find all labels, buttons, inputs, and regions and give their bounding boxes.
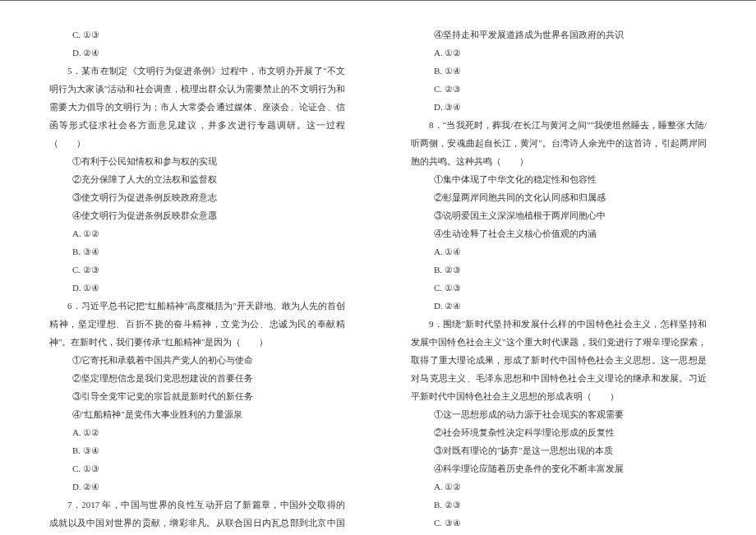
q6-option-d: D. ②④ — [49, 477, 345, 496]
q8-option-d: D. ②④ — [411, 297, 707, 315]
q6-sub4: ④"红船精神"是党伟大事业胜利的力量源泉 — [49, 405, 345, 423]
q8-option-b: B. ②③ — [411, 261, 707, 279]
q5-option-a: A. ①② — [49, 224, 345, 242]
q5-sub2: ②充分保障了人大的立法权和监督权 — [49, 170, 345, 188]
q6-stem: 6．习近平总书记把"红船精神"高度概括为"开天辟地、敢为人先的首创精神，坚定理想… — [49, 297, 345, 351]
q9-option-b: B. ②③ — [411, 496, 707, 514]
q6-sub1: ①它寄托和承载着中国共产党人的初心与使命 — [49, 351, 345, 369]
q9-sub2: ②社会环境复杂性决定科学理论形成的反复性 — [411, 423, 707, 441]
q7-sub4: ④坚持走和平发展道路成为世界各国政府的共识 — [411, 25, 707, 44]
q5-stem: 5．某市在制定《文明行为促进条例》过程中，市文明办开展了"不文明行为大家谈"活动… — [49, 62, 345, 152]
q8-sub4: ④生动诠释了社会主义核心价值观的内涵 — [411, 224, 707, 242]
q9-option-c: C. ③④ — [411, 514, 707, 532]
q7-option-c: C. ②③ — [411, 80, 707, 98]
q8-sub1: ①集中体现了中华文化的稳定性和包容性 — [411, 170, 707, 188]
q9-sub3: ③对既有理论的"扬弃"是这一思想出现的本质 — [411, 441, 707, 459]
q8-sub3: ③说明爱国主义深深地植根于两岸同胞心中 — [411, 206, 707, 224]
q8-option-c: C. ①③ — [411, 279, 707, 297]
q6-option-c: C. ①③ — [49, 459, 345, 477]
q9-sub1: ①这一思想形成的动力源于社会现实的客观需要 — [411, 405, 707, 423]
q6-sub3: ③引导全党牢记党的宗旨就是新时代的新任务 — [49, 387, 345, 405]
q5-sub1: ①有利于公民知情权和参与权的实现 — [49, 152, 345, 170]
q7-stem: 7．2017 年，中国与世界的良性互动开启了新篇章，中国外交取得的成就以及中国对… — [49, 496, 345, 535]
q8-sub2: ②彰显两岸同胞共同的文化认同感和归属感 — [411, 188, 707, 206]
q4-option-d: D. ②④ — [49, 44, 345, 62]
q6-sub2: ②坚定理想信念是我们党思想建设的首要任务 — [49, 369, 345, 387]
right-column: ④坚持走和平发展道路成为世界各国政府的共识 A. ①② B. ①④ C. ②③ … — [378, 0, 756, 535]
q9-option-d: D. ①④ — [411, 532, 707, 535]
q7-option-b: B. ①④ — [411, 62, 707, 80]
q6-option-a: A. ①② — [49, 423, 345, 441]
q9-option-a: A. ①② — [411, 477, 707, 496]
q5-sub4: ④使文明行为促进条例反映群众意愿 — [49, 206, 345, 224]
q7-option-d: D. ③④ — [411, 98, 707, 116]
q9-sub4: ④科学理论应随着历史条件的变化不断丰富发展 — [411, 459, 707, 477]
q8-option-a: A. ①④ — [411, 242, 707, 261]
page-container: C. ①③ D. ②④ 5．某市在制定《文明行为促进条例》过程中，市文明办开展了… — [0, 0, 756, 535]
q5-sub3: ③使文明行为促进条例反映政府意志 — [49, 188, 345, 206]
q4-option-c: C. ①③ — [49, 25, 345, 44]
q5-option-b: B. ③④ — [49, 242, 345, 261]
q5-option-c: C. ②③ — [49, 261, 345, 279]
q5-option-d: D. ①④ — [49, 279, 345, 297]
left-column: C. ①③ D. ②④ 5．某市在制定《文明行为促进条例》过程中，市文明办开展了… — [0, 0, 378, 535]
q8-stem: 8．"当我死时，葬我/在长江与黄河之间""我便坦然睡去，睡整张大陆/听两侧，安魂… — [411, 116, 707, 170]
q7-option-a: A. ①② — [411, 44, 707, 62]
q9-stem: 9．围绕"新时代坚持和发展什么样的中国特色社会主义，怎样坚持和发展中国特色社会主… — [411, 315, 707, 405]
q6-option-b: B. ③④ — [49, 441, 345, 459]
